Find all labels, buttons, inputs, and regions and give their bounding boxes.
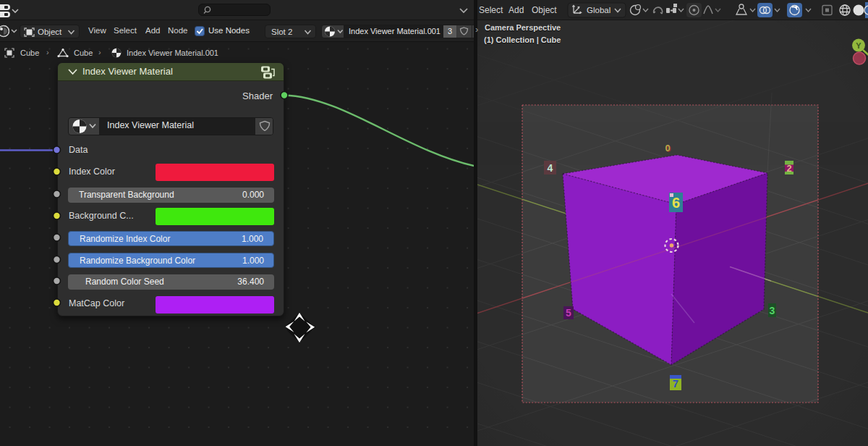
svg-text:Select: Select (479, 5, 503, 15)
svg-text:Object: Object (532, 5, 557, 15)
svg-text:Global: Global (587, 6, 610, 14)
svg-text:Add: Add (509, 5, 524, 15)
